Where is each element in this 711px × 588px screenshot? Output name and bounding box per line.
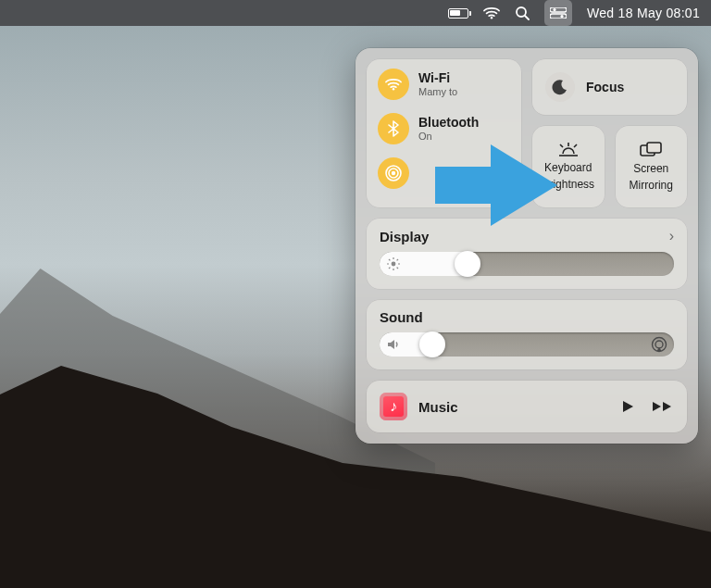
svg-line-25 [397, 259, 398, 260]
focus-title: Focus [586, 80, 624, 94]
svg-point-27 [655, 341, 663, 348]
svg-point-17 [392, 262, 396, 267]
bluetooth-icon [378, 113, 409, 144]
svg-point-8 [392, 171, 395, 175]
forward-icon[interactable] [652, 400, 674, 413]
keyboard-brightness-label1: Keyboard [544, 161, 592, 174]
svg-line-12 [560, 144, 563, 147]
wifi-title: Wi-Fi [418, 71, 457, 85]
airplay-audio-icon[interactable] [650, 335, 668, 354]
speaker-icon [387, 339, 401, 350]
display-title: Display [380, 229, 429, 244]
svg-point-0 [491, 17, 493, 19]
svg-line-22 [389, 259, 390, 260]
control-center-panel: Wi-Fi Mamy to Bluetooth On [356, 48, 698, 444]
menu-bar: Wed 18 May 08:01 [0, 0, 711, 26]
display-card: Display › [367, 219, 687, 289]
moon-icon [545, 72, 575, 102]
wifi-icon [378, 69, 409, 100]
svg-point-7 [393, 88, 394, 90]
airdrop-icon [378, 157, 409, 189]
sound-slider-knob[interactable] [419, 332, 445, 357]
bluetooth-subtitle: On [418, 131, 479, 142]
svg-line-23 [397, 268, 398, 269]
keyboard-brightness-label2: Brightness [542, 178, 594, 191]
wifi-status-icon[interactable] [483, 0, 500, 26]
screen-mirroring-label1: Screen [633, 162, 668, 175]
svg-rect-5 [550, 14, 567, 19]
wifi-toggle[interactable]: Wi-Fi Mamy to [378, 69, 510, 100]
sound-slider[interactable] [380, 332, 674, 357]
sound-card: Sound [367, 300, 687, 369]
bluetooth-title: Bluetooth [418, 116, 479, 130]
display-chevron-icon[interactable]: › [669, 228, 674, 244]
display-slider-knob[interactable] [455, 251, 480, 277]
svg-line-24 [389, 268, 390, 269]
svg-rect-16 [647, 143, 661, 153]
connectivity-card: Wi-Fi Mamy to Bluetooth On [367, 59, 521, 207]
screen-mirroring-icon [640, 142, 662, 158]
sun-low-icon [387, 257, 400, 270]
music-card[interactable]: ♪ Music [367, 381, 687, 432]
screen-mirroring-button[interactable]: Screen Mirroring [616, 126, 688, 207]
svg-rect-3 [550, 7, 567, 12]
sound-title: Sound [380, 309, 423, 325]
focus-toggle[interactable]: Focus [532, 59, 687, 115]
control-center-menubar-icon[interactable] [544, 0, 572, 26]
svg-line-13 [574, 144, 577, 147]
svg-point-6 [560, 15, 563, 18]
svg-line-2 [525, 16, 529, 19]
keyboard-brightness-icon [556, 143, 580, 157]
play-icon[interactable] [620, 399, 635, 414]
display-slider[interactable] [380, 252, 674, 276]
wifi-subtitle: Mamy to [418, 86, 457, 97]
battery-icon[interactable] [448, 0, 468, 26]
bluetooth-toggle[interactable]: Bluetooth On [378, 113, 510, 144]
svg-point-4 [553, 8, 555, 11]
menu-bar-datetime[interactable]: Wed 18 May 08:01 [587, 0, 700, 26]
airdrop-toggle[interactable] [378, 157, 510, 189]
music-app-icon: ♪ [380, 393, 407, 420]
keyboard-brightness-button[interactable]: Keyboard Brightness [532, 126, 605, 207]
screen-mirroring-label2: Mirroring [630, 179, 673, 192]
music-title: Music [418, 399, 609, 415]
spotlight-icon[interactable] [515, 0, 530, 26]
